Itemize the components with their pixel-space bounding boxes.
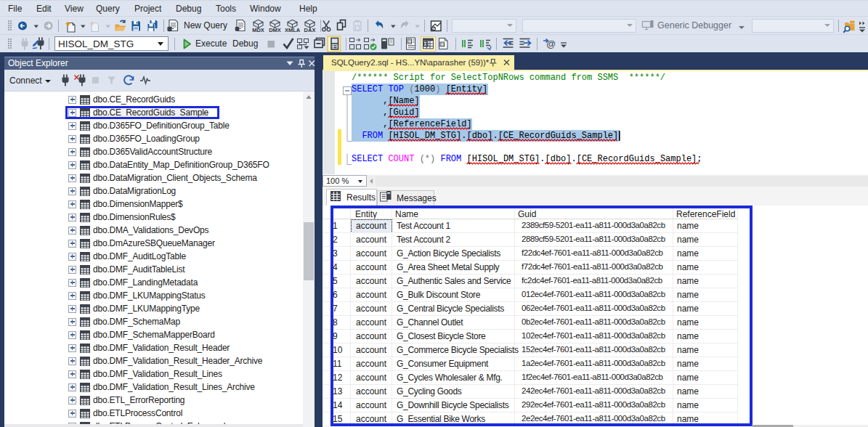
- svg-text:DMX: DMX: [269, 27, 281, 33]
- svg-text:DAX: DAX: [304, 27, 316, 33]
- svg-text:01: 01: [441, 42, 445, 46]
- svg-text:01: 01: [424, 42, 429, 46]
- svg-text:XMLA: XMLA: [285, 27, 301, 33]
- svg-text:MDX: MDX: [252, 27, 264, 33]
- svg-text:01: 01: [408, 39, 413, 44]
